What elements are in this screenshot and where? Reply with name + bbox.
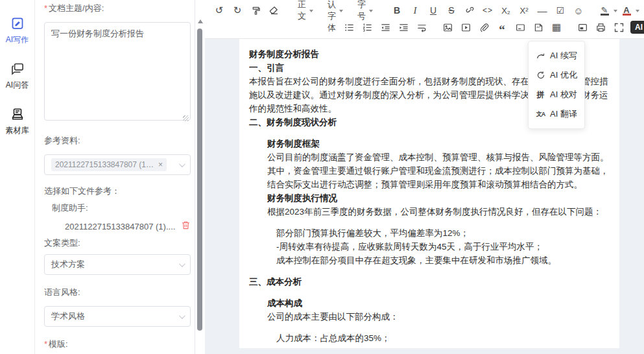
scrollbar-thumb[interactable] — [197, 29, 202, 331]
reference-file-row: 2021122715133847807 (1).... — [44, 220, 191, 232]
ai-translate-icon: 文A — [536, 110, 545, 119]
ai-optimize-icon — [536, 71, 545, 80]
menu-item-label: AI 续写 — [550, 50, 577, 62]
textarea-resize-handle[interactable] — [183, 115, 189, 121]
attachment-button[interactable] — [477, 20, 491, 34]
doc-cost-item[interactable]: 人力成本：占总成本的35%； — [276, 331, 610, 345]
doc-type-select[interactable]: 技术方案 — [44, 254, 191, 275]
outdent-button[interactable] — [378, 20, 392, 34]
bold-button[interactable]: B — [390, 3, 404, 18]
doc-heading-execution[interactable]: 财务制度执行情况 — [267, 191, 610, 205]
redo-button[interactable]: ↻ — [230, 3, 244, 18]
chevron-down-icon — [179, 161, 185, 167]
nav-rail: AI写作 AI问答 素材库 — [0, 0, 35, 354]
style-value: 学术风格 — [51, 311, 179, 322]
format-painter-button[interactable] — [248, 3, 263, 18]
font-size-dropdown[interactable]: 字号 — [353, 3, 377, 18]
toolbar-row-1: ↺ ↻ 正文 默认字体 字号 B I U — [210, 2, 640, 19]
menu-item-ai-proofread[interactable]: 拼 AI 校对 — [529, 85, 584, 104]
writing-form-panel: *文档主题/内容: 写一份财务制度分析报告 参考资料: 202112271513… — [35, 0, 195, 354]
card-panel-button[interactable] — [575, 20, 590, 34]
caret-down-icon — [309, 10, 313, 14]
menu-item-ai-translate[interactable]: 文A AI 翻译 — [529, 104, 584, 124]
chevron-down-icon — [179, 261, 185, 267]
doc-issue-item[interactable]: 部分部门预算执行偏差较大，平均偏差率为12%； — [276, 226, 610, 240]
print-button[interactable] — [593, 20, 608, 34]
font-family-dropdown[interactable]: 默认字体 — [323, 3, 348, 18]
strikethrough-button[interactable]: S — [444, 3, 459, 18]
horizontal-rule-button[interactable]: — — [535, 3, 549, 18]
material-library-icon — [11, 108, 24, 123]
caret-down-icon — [339, 10, 343, 14]
fullscreen-button[interactable] — [612, 20, 626, 34]
inline-code-button[interactable]: <> — [481, 3, 495, 18]
app-window: AI写作 AI问答 素材库 *文档主题/内容: 写一份财务制度分析报告 — [0, 0, 644, 354]
caret-down-icon[interactable] — [636, 10, 639, 14]
underline-button[interactable]: U — [426, 3, 440, 18]
menu-item-label: AI 翻译 — [550, 108, 577, 120]
font-color-button[interactable]: A — [619, 3, 634, 18]
doc-paragraph-framework[interactable]: 公司目前的制度涵盖了资金管理、成本控制、预算管理、核算与报告、风险管理等方面。其… — [267, 150, 610, 191]
scroll-up-icon[interactable] — [198, 19, 203, 23]
style-select[interactable]: 学术风格 — [44, 306, 191, 327]
template-label: *模版: — [44, 338, 191, 350]
ai-qa-icon — [11, 62, 24, 78]
doc-heading-framework[interactable]: 财务制度框架 — [267, 137, 610, 150]
ai-menu-button[interactable]: AI — [630, 21, 644, 34]
insert-video-button[interactable] — [459, 20, 473, 34]
insert-table-button[interactable]: ▦ — [549, 20, 564, 34]
doc-issue-item[interactable]: -周转效率有待提高，应收账款周转天数为45天，高于行业平均水平； — [276, 240, 610, 254]
todo-checkbox-button[interactable]: ☑ — [553, 3, 567, 18]
tag-close-icon[interactable]: × — [158, 160, 163, 169]
doc-paragraph-cost[interactable]: 公司的成本主要由以下部分构成： — [267, 310, 610, 324]
code-block-button[interactable] — [513, 20, 527, 34]
assistant-label: 制度助手: — [44, 202, 191, 214]
superscript-button[interactable]: X² — [517, 3, 531, 18]
link-button[interactable] — [462, 3, 477, 18]
menu-item-ai-continue[interactable]: AI 续写 — [529, 46, 584, 65]
reference-file-name: 2021122715133847807 (1).... — [65, 222, 181, 231]
doc-heading-cost-structure[interactable]: 成本构成 — [267, 296, 610, 310]
menu-item-label: AI 校对 — [550, 89, 577, 100]
caret-down-icon[interactable] — [614, 10, 617, 14]
doc-issue-item[interactable]: 成本控制在部分项目中存在超支现象，主要集中在研发和市场推广领域。 — [276, 254, 610, 267]
insert-image-button[interactable] — [440, 20, 455, 34]
doc-paragraph-execution[interactable]: 根据2023年前三季度的财务数据，公司整体财务制度执行情况良好，但存在以下问题： — [267, 205, 610, 218]
nav-item-ai-writing[interactable]: AI写作 — [6, 17, 29, 45]
reference-tag: 2021122715133847807 (1).... × — [51, 158, 167, 171]
file-section-label: 选择如下文件参考： — [44, 185, 191, 197]
menu-item-label: AI 优化 — [550, 69, 577, 81]
ai-writing-icon — [11, 17, 24, 32]
blockquote-button[interactable]: “ — [495, 20, 509, 34]
doc-heading-cost[interactable]: 三、成本分析 — [249, 275, 610, 289]
panel-scrollbar — [195, 0, 205, 354]
editor-toolbar: ↺ ↻ 正文 默认字体 字号 B I U — [205, 0, 644, 39]
reference-label: 参考资料: — [44, 135, 191, 147]
indent-button[interactable] — [396, 20, 411, 34]
clear-format-eraser-button[interactable] — [267, 3, 281, 18]
undo-button[interactable]: ↺ — [212, 3, 226, 18]
highlight-color-button[interactable]: ✎ — [597, 3, 612, 18]
delete-file-icon[interactable] — [181, 220, 191, 232]
caret-down-icon — [369, 10, 373, 14]
topic-input[interactable]: 写一份财务制度分析报告 — [44, 22, 191, 121]
italic-button[interactable]: I — [408, 3, 422, 18]
style-label: 语言风格: — [44, 287, 191, 298]
nav-item-label: AI问答 — [6, 80, 29, 91]
rich-text-editor: ↺ ↻ 正文 默认字体 字号 B I U — [205, 0, 644, 354]
paragraph-style-dropdown[interactable]: 正文 — [293, 3, 318, 18]
nav-item-material-library[interactable]: 素材库 — [6, 108, 29, 136]
ordered-list-button[interactable] — [360, 20, 374, 34]
ai-proofread-icon: 拼 — [536, 89, 545, 100]
nav-item-label: AI写作 — [6, 34, 29, 45]
reference-tag-text: 2021122715133847807 (1).... — [55, 160, 154, 169]
bullet-list-button[interactable] — [342, 20, 356, 34]
menu-item-ai-optimize[interactable]: AI 优化 — [529, 65, 584, 85]
reference-select[interactable]: 2021122715133847807 (1).... × — [44, 154, 191, 175]
emoji-button[interactable]: ☺ — [571, 3, 586, 18]
line-wrap-button[interactable] — [414, 20, 429, 34]
topic-label: *文档主题/内容: — [44, 3, 191, 14]
nav-item-ai-qa[interactable]: AI问答 — [6, 62, 29, 91]
subscript-button[interactable]: X₂ — [499, 3, 513, 18]
page-snippet-button[interactable] — [531, 20, 545, 34]
